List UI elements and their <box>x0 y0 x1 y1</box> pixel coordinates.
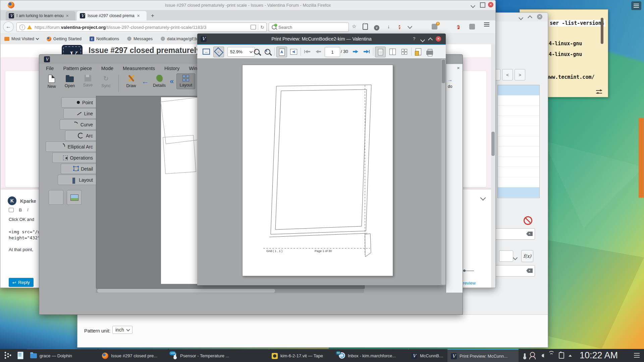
bookmark-notifications[interactable]: fNotifications <box>90 37 119 41</box>
preview-viewport[interactable]: Grid ( 1 , 1 ) Page 1 of 30 <box>197 58 446 285</box>
download-icon[interactable]: ↓ <box>387 23 390 29</box>
tab-lurking[interactable]: V I am lurking to learn enou ✕ <box>6 11 75 20</box>
tab-point[interactable]: Point <box>61 97 96 108</box>
back-button[interactable]: ← <box>3 21 14 32</box>
new-tab-button[interactable]: + <box>148 11 159 20</box>
reload-icon[interactable]: ↻ <box>260 24 264 30</box>
sync-button[interactable]: ↻Sync <box>98 73 114 88</box>
overview-pages-view-button[interactable] <box>399 47 409 57</box>
task-valentina[interactable]: V McCunnBodic...kim.val <box>408 349 448 362</box>
tab-layout[interactable]: Layout <box>58 175 96 185</box>
list-row[interactable] <box>498 116 539 126</box>
tab-operations[interactable]: Operations <box>52 153 96 163</box>
portrait-button[interactable]: A <box>276 47 287 57</box>
next-measurement-button[interactable]: > <box>515 69 525 80</box>
fit-page-button[interactable]: ↔ <box>213 47 224 57</box>
formula-function-button[interactable]: f(x) <box>521 250 533 262</box>
user-tray-icon[interactable] <box>530 352 535 357</box>
prev-measurement-button[interactable]: < <box>502 69 513 80</box>
close-icon[interactable]: ✕ <box>436 36 441 42</box>
list-row[interactable] <box>498 96 539 106</box>
list-row[interactable] <box>498 157 539 167</box>
quote-icon[interactable] <box>9 208 14 212</box>
scrollbar-thumb[interactable] <box>442 60 445 83</box>
layout-blank-button[interactable] <box>49 190 63 205</box>
layout-image-button[interactable] <box>67 190 82 205</box>
menu-pattern-piece[interactable]: Pattern piece <box>58 66 96 71</box>
document-launcher-icon[interactable] <box>17 352 23 359</box>
redo-arrow-icon[interactable]: → <box>447 77 452 82</box>
dock-close-icon[interactable]: ✕ <box>457 66 460 70</box>
tab-line[interactable]: Line <box>63 108 96 119</box>
backspace-icon[interactable]: ✕ <box>526 268 533 273</box>
menu-measurements[interactable]: Measurements <box>118 66 160 71</box>
bookmark-most-visited[interactable]: Most Visited <box>4 37 39 41</box>
landscape-button[interactable]: A <box>288 47 299 57</box>
clock[interactable]: 10:22 AM <box>580 349 618 362</box>
zoom-combobox[interactable]: 52.9% <box>227 47 255 57</box>
search-bar[interactable]: + <box>269 22 349 32</box>
pocket-icon[interactable]: ∨ <box>374 24 379 31</box>
open-button[interactable]: Open <box>62 73 77 88</box>
scrollbar-thumb[interactable] <box>97 289 275 293</box>
single-page-view-button[interactable] <box>375 47 386 57</box>
tab-detail[interactable]: Detail <box>61 164 96 174</box>
clipboard-icon[interactable] <box>559 352 564 359</box>
tab-close-icon[interactable]: ✕ <box>137 14 140 18</box>
tab-close-icon[interactable]: ✕ <box>66 14 69 18</box>
backspace-icon[interactable]: ✕ <box>526 232 533 236</box>
url-bar[interactable]: i https://forum.valentina-project.org/t/… <box>16 22 267 32</box>
minimize-icon[interactable] <box>471 3 475 9</box>
chevron-down-icon[interactable] <box>514 255 517 261</box>
menu-mode[interactable]: Mode <box>97 66 118 71</box>
security-warning-icon[interactable] <box>27 25 32 29</box>
close-icon[interactable]: ✕ <box>537 14 542 19</box>
flash-plugin-icon[interactable]: f <box>399 24 400 30</box>
bookmark-messages[interactable]: Messages <box>127 37 153 41</box>
task-dolphin[interactable]: grace — Dolphin <box>27 349 97 362</box>
composer-text[interactable]: <img src="/up <box>9 229 43 234</box>
task-inbox[interactable]: 68 Inbox - kim.marchforce... <box>335 349 409 362</box>
previous-page-button[interactable] <box>313 47 323 57</box>
bold-icon[interactable]: B <box>19 207 22 213</box>
reader-mode-icon[interactable] <box>251 25 256 29</box>
maximize-icon[interactable] <box>429 37 432 43</box>
first-page-button[interactable] <box>303 47 313 57</box>
bookmark-getting-started[interactable]: Getting Started <box>47 37 82 41</box>
new-button[interactable]: New <box>44 73 59 89</box>
note-settings-icon[interactable] <box>596 90 603 94</box>
pattern-piece[interactable] <box>163 135 196 174</box>
menu-file[interactable]: File <box>41 66 58 71</box>
dialog-titlebar[interactable]: V Print Preview: McCunnBodice2-kim — Val… <box>197 34 446 44</box>
fit-width-button[interactable]: ↔ <box>201 47 211 57</box>
bookmark-star-icon[interactable]: ☆ <box>352 23 356 29</box>
flash-f-icon[interactable]: F <box>457 24 460 30</box>
composer-text[interactable]: At that point, <box>9 247 33 252</box>
note-scrollbar[interactable] <box>601 18 603 44</box>
reading-list-icon[interactable] <box>363 23 368 31</box>
list-row-selected[interactable] <box>498 85 539 96</box>
canvas-hscrollbar[interactable] <box>96 289 364 293</box>
task-tape[interactable]: kim-6-2-17.vit — Tape <box>268 349 335 362</box>
task-psensor[interactable]: 109 Psensor - Temperature ... <box>169 349 270 362</box>
search-input[interactable] <box>278 24 348 30</box>
pattern-unit-select[interactable]: inch <box>112 326 132 334</box>
zoom-out-button[interactable]: - <box>252 47 262 57</box>
zoom-in-button[interactable]: + <box>262 47 272 57</box>
tab-curve[interactable]: Curve <box>60 119 96 130</box>
composer-text[interactable]: Click OK and <box>9 217 34 222</box>
layout-mode-button[interactable]: Layout <box>176 73 195 89</box>
page-number-input[interactable] <box>325 47 340 57</box>
facing-pages-view-button[interactable] <box>387 47 397 57</box>
list-row[interactable] <box>498 126 539 136</box>
maximize-icon[interactable] <box>528 15 532 21</box>
info-icon[interactable]: i <box>19 24 25 30</box>
list-row[interactable] <box>498 136 539 147</box>
preview-vscrollbar[interactable] <box>441 59 445 285</box>
print-button[interactable] <box>425 47 435 57</box>
panel-settings-icon[interactable] <box>634 353 640 354</box>
list-row-selected[interactable] <box>498 187 539 198</box>
save-button[interactable]: Save <box>80 73 96 87</box>
plugin-icon[interactable] <box>469 24 475 31</box>
task-print-preview[interactable]: V Print Preview: McCunn... <box>447 349 519 362</box>
